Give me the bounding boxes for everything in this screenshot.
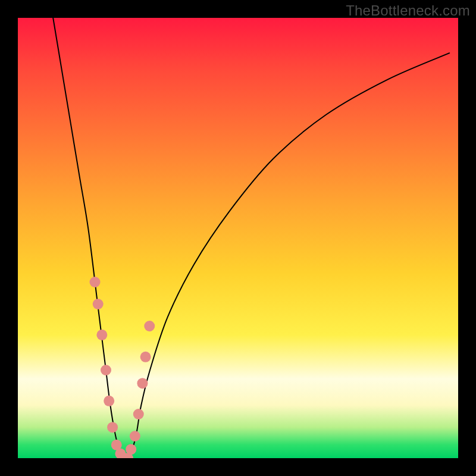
watermark-text: TheBottleneck.com [346,2,470,19]
sample-point [133,409,144,419]
chart-svg [18,18,458,458]
chart-plot-area [18,18,458,458]
sample-point [90,277,101,287]
sample-point [101,365,111,375]
sample-point [93,299,104,309]
sample-point [144,321,155,331]
sample-point [130,431,140,441]
sample-point [96,330,107,340]
sample-points [90,277,155,458]
sample-point [126,444,136,455]
sample-point [107,422,118,433]
bottleneck-curve [53,18,449,458]
sample-point [104,396,114,406]
sample-point [140,352,151,362]
sample-point [137,378,148,389]
outer-frame: TheBottleneck.com [0,0,476,476]
